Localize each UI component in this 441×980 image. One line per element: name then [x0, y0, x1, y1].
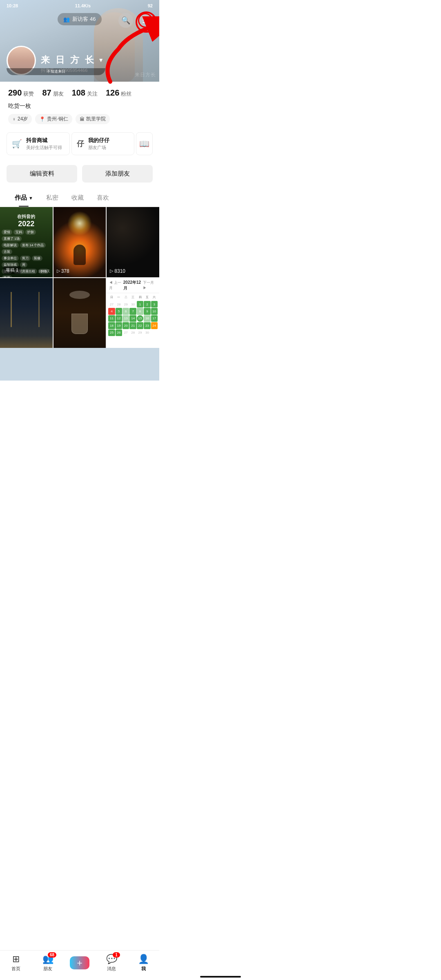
battery-level: 92	[148, 3, 153, 8]
video-grid: 在抖音的 2022 爱情 宝妈 护肤 直播了 1场 电影解说 发布 14 个作品…	[0, 207, 159, 348]
mall-title: 抖音商城	[26, 137, 62, 144]
douyin-mall-link[interactable]: 🛒 抖音商城 美好生活触手可得	[7, 132, 70, 155]
action-buttons: 编辑资料 添加朋友	[0, 160, 159, 189]
status-speed: 11.4K/s	[75, 3, 91, 8]
avatar-label: 不知道来日	[7, 68, 36, 75]
add-friend-button[interactable]: 添加朋友	[82, 165, 153, 183]
followers-label: 粉丝	[121, 90, 131, 98]
status-time: 10:28	[7, 3, 18, 8]
tab-likes[interactable]: 喜欢	[90, 189, 116, 207]
video-thumb-dark[interactable]: ▷ 8310	[107, 207, 159, 277]
search-icon: 🔍	[121, 16, 130, 25]
gender-icon: ♀	[12, 116, 16, 122]
recap-year: 在抖音的 2022	[3, 214, 49, 228]
mall-icon: 🛒	[12, 139, 22, 149]
visitor-button[interactable]: 👥 新访客 46	[58, 13, 101, 25]
play-count-fireworks: ▷ 378	[57, 268, 69, 274]
friends-count: 87	[42, 88, 51, 98]
friends-square-subtitle: 朋友广场	[88, 145, 109, 151]
mall-subtitle: 美好生活触手可得	[26, 145, 62, 151]
bio-section: 吃货一枚 ♀ 24岁 📍 贵州·铜仁 🏛 凯里学院	[0, 101, 159, 127]
followers-count: 126	[106, 88, 119, 98]
avatar[interactable]: 不知道来日	[7, 46, 36, 75]
stat-following[interactable]: 108 关注	[72, 88, 98, 98]
tab-works[interactable]: 作品 ▼	[8, 189, 40, 207]
profile-name: 来 日 方 长 ▼	[41, 54, 105, 66]
play-icon: ▷	[57, 268, 60, 274]
likes-count: 290	[8, 88, 22, 98]
school-label: 凯里学院	[86, 116, 106, 122]
following-label: 关注	[87, 90, 98, 98]
status-bar: 10:28 11.4K/s 92	[0, 0, 159, 10]
calendar-header: ◀ 上一月 2022年12月 下一月 ▶	[107, 278, 159, 293]
video-thumb-street[interactable]	[0, 278, 53, 348]
friends-label: 朋友	[53, 90, 64, 98]
video-thumb-food[interactable]	[53, 278, 106, 348]
tab-works-label: 作品	[15, 194, 27, 202]
video-thumb-fireworks[interactable]: ▷ 378	[53, 207, 106, 277]
calendar-grid: 日 一 二 三 四 五 六 27 28 29 30 1 2 3 4 5 6 7	[107, 293, 159, 337]
visitor-label: 新访客 46	[72, 16, 96, 23]
recap-prefix: 在抖音的	[3, 214, 49, 220]
tab-favorites[interactable]: 收藏	[65, 189, 90, 207]
tab-private[interactable]: 私密	[40, 189, 65, 207]
cal-title: 2022年12月	[123, 280, 143, 291]
draft-badge: 草稿 1	[3, 266, 21, 274]
more-link[interactable]: 📖	[136, 132, 153, 155]
tab-private-label: 私密	[46, 194, 58, 202]
friends-square-icon: 仔	[77, 139, 84, 149]
works-dropdown-icon: ▼	[29, 196, 33, 200]
location-label: 贵州·铜仁	[47, 116, 68, 122]
stat-followers[interactable]: 126 粉丝	[106, 88, 131, 98]
following-count: 108	[72, 88, 85, 98]
tab-favorites-label: 收藏	[71, 194, 84, 202]
draft-date: 1243天	[38, 269, 50, 274]
profile-hero: 10:28 11.4K/s 92 👥 新访客 46 🔍 ☰	[0, 0, 159, 82]
content-tabs: 作品 ▼ 私密 收藏 喜欢	[0, 189, 159, 207]
location-icon: 📍	[39, 116, 45, 122]
stats-section: 290 获赞 87 朋友 108 关注 126 粉丝	[0, 82, 159, 101]
hero-watermark: 来日方长	[135, 71, 156, 78]
play-count-fireworks-num: 378	[61, 268, 69, 274]
age-label: 24岁	[18, 116, 28, 122]
friends-square-link[interactable]: 仔 我的仔仔 朋友广场	[71, 132, 135, 155]
cal-next: 下一月 ▶	[143, 280, 157, 291]
cal-prev: ◀ 上一月	[109, 280, 123, 291]
location-tag[interactable]: 📍 贵州·铜仁	[35, 114, 72, 124]
play-count-dark-num: 8310	[114, 268, 125, 274]
book-icon: 📖	[139, 139, 149, 149]
likes-label: 获赞	[23, 90, 34, 98]
stat-friends[interactable]: 87 朋友	[42, 88, 63, 98]
hero-icons: 🔍 ☰	[118, 13, 153, 28]
play-count-dark: ▷ 8310	[110, 268, 125, 274]
school-icon: 🏛	[80, 116, 85, 122]
menu-button[interactable]: ☰	[138, 13, 153, 28]
search-button[interactable]: 🔍	[118, 13, 133, 28]
play-icon-2: ▷	[110, 268, 113, 274]
video-thumb-recap[interactable]: 在抖音的 2022 爱情 宝妈 护肤 直播了 1场 电影解说 发布 14 个作品…	[0, 207, 53, 277]
menu-icon: ☰	[142, 16, 149, 25]
tab-likes-label: 喜欢	[97, 194, 109, 202]
bio-text: 吃货一枚	[8, 102, 151, 110]
age-tag[interactable]: ♀ 24岁	[8, 114, 32, 124]
school-tag[interactable]: 🏛 凯里学院	[76, 114, 110, 124]
stat-likes[interactable]: 290 获赞	[8, 88, 34, 98]
video-thumb-calendar[interactable]: ◀ 上一月 2022年12月 下一月 ▶ 日 一 二 三 四 五 六 27 28…	[107, 278, 159, 348]
edit-profile-button[interactable]: 编辑资料	[7, 165, 77, 183]
visitor-icon: 👥	[63, 16, 70, 22]
quick-links: 🛒 抖音商城 美好生活触手可得 仔 我的仔仔 朋友广场 📖	[0, 127, 159, 160]
name-dropdown-icon[interactable]: ▼	[98, 57, 105, 63]
friends-square-title: 我的仔仔	[88, 137, 109, 144]
profile-info: 不知道来日 来 日 方 长 ▼ 抖音号：t20905954466	[7, 46, 105, 75]
tags-row: ♀ 24岁 📍 贵州·铜仁 🏛 凯里学院	[8, 114, 151, 124]
